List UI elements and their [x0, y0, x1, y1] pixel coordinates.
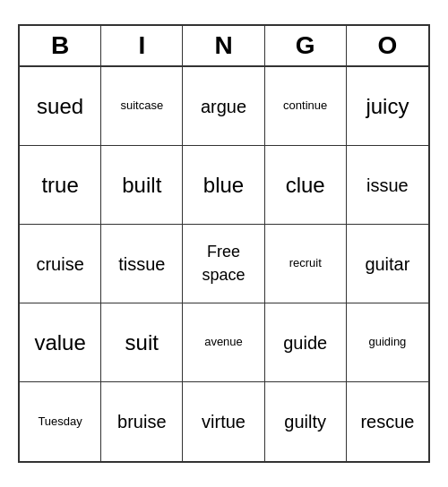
bingo-cell-2-0: cruise	[20, 225, 101, 303]
bingo-header-letter: N	[183, 26, 264, 65]
cell-text: continue	[283, 98, 327, 114]
cell-text: Tuesday	[38, 414, 82, 430]
cell-text: guilty	[284, 410, 326, 433]
bingo-cell-0-3: continue	[265, 67, 347, 146]
cell-text: suit	[125, 329, 159, 356]
cell-text: Freespace	[202, 241, 245, 286]
cell-text: cruise	[36, 252, 83, 276]
bingo-cell-2-3: recruit	[265, 225, 347, 303]
cell-text: bruise	[117, 410, 166, 433]
bingo-cell-1-0: true	[20, 146, 101, 225]
cell-text: guiding	[368, 335, 406, 350]
bingo-cell-2-2: Freespace	[183, 225, 264, 303]
bingo-cell-1-4: issue	[347, 146, 428, 225]
cell-text: blue	[203, 171, 244, 199]
bingo-card: BINGO suedsuitcasearguecontinuejuicytrue…	[18, 24, 430, 463]
bingo-header: BINGO	[20, 26, 428, 67]
cell-text: virtue	[202, 410, 246, 433]
cell-text: true	[41, 171, 78, 199]
bingo-cell-4-1: bruise	[101, 382, 183, 461]
cell-text: issue	[366, 174, 409, 197]
bingo-cell-3-0: value	[20, 303, 101, 382]
bingo-cell-4-4: rescue	[347, 382, 428, 461]
cell-text: guitar	[365, 252, 409, 276]
bingo-cell-4-2: virtue	[183, 382, 264, 461]
bingo-cell-1-3: clue	[265, 146, 347, 225]
cell-text: tissue	[118, 252, 165, 276]
bingo-cell-1-1: built	[101, 146, 183, 225]
bingo-header-letter: G	[265, 26, 347, 65]
bingo-cell-2-1: tissue	[101, 225, 183, 303]
cell-text: argue	[201, 95, 246, 118]
cell-text: recruit	[289, 256, 322, 271]
cell-text: rescue	[360, 410, 414, 433]
cell-text: guide	[283, 331, 327, 355]
bingo-header-letter: O	[347, 26, 428, 65]
bingo-cell-3-3: guide	[265, 303, 347, 382]
bingo-cell-3-2: avenue	[183, 303, 264, 382]
cell-text: juicy	[366, 92, 409, 120]
bingo-cell-4-0: Tuesday	[20, 382, 101, 461]
bingo-cell-3-1: suit	[101, 303, 183, 382]
bingo-cell-0-2: argue	[183, 67, 264, 146]
bingo-grid: suedsuitcasearguecontinuejuicytruebuiltb…	[20, 67, 428, 461]
bingo-header-letter: B	[20, 26, 101, 65]
cell-text: sued	[37, 92, 83, 120]
bingo-cell-0-0: sued	[20, 67, 101, 146]
bingo-cell-4-3: guilty	[265, 382, 347, 461]
bingo-header-letter: I	[101, 26, 183, 65]
bingo-cell-3-4: guiding	[347, 303, 428, 382]
cell-text: built	[122, 171, 161, 199]
bingo-cell-1-2: blue	[183, 146, 264, 225]
bingo-cell-0-1: suitcase	[101, 67, 183, 146]
cell-text: clue	[286, 171, 325, 199]
bingo-cell-2-4: guitar	[347, 225, 428, 303]
bingo-cell-0-4: juicy	[347, 67, 428, 146]
cell-text: value	[34, 329, 85, 356]
cell-text: avenue	[204, 335, 243, 350]
cell-text: suitcase	[120, 98, 163, 114]
